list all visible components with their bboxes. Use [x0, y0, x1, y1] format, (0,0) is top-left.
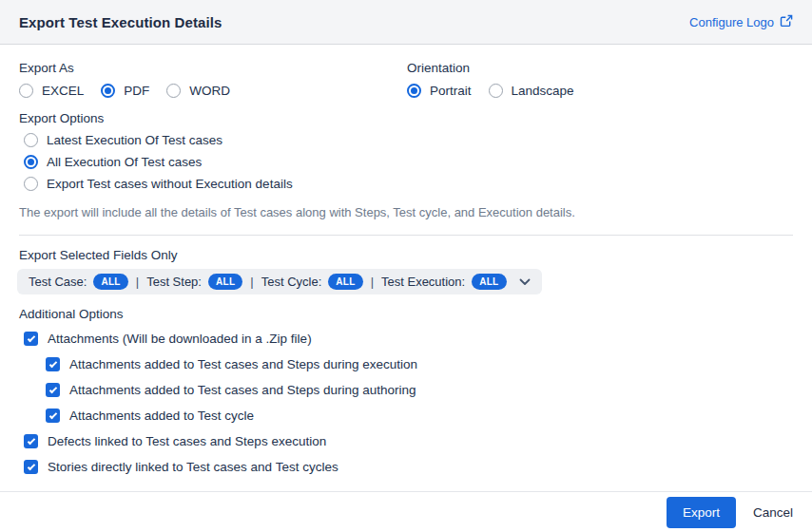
field-value-badge: ALL: [93, 274, 127, 290]
radio-label: Landscape: [512, 84, 574, 98]
radio-icon: [166, 84, 181, 98]
field-separator: |: [136, 275, 139, 289]
orientation-group: Orientation Portrait Landscape: [407, 61, 574, 99]
chevron-down-icon: [519, 278, 531, 286]
field-test-case: Test Case: ALL: [29, 274, 128, 290]
configure-logo-link[interactable]: Configure Logo: [689, 14, 793, 30]
configure-logo-label: Configure Logo: [689, 15, 774, 29]
export-dialog: Export Test Execution Details Configure …: [0, 0, 812, 532]
orientation-label: Orientation: [407, 61, 574, 75]
checkbox-attachments[interactable]: Attachments (Will be downloaded in a .Zi…: [24, 331, 793, 347]
radio-label: Latest Execution Of Test cases: [47, 133, 222, 147]
checkbox-label: Attachments added to Test cycle: [69, 408, 254, 423]
selected-fields-group: Export Selected Fields Only Test Case: A…: [19, 248, 793, 294]
radio-icon: [24, 177, 38, 191]
field-name: Test Case:: [29, 275, 87, 289]
checkbox-attachments-execution[interactable]: Attachments added to Test cases and Step…: [46, 356, 793, 372]
radio-option-without-execution[interactable]: Export Test cases without Execution deta…: [24, 177, 793, 191]
field-name: Test Step:: [146, 275, 202, 289]
radio-option-all-execution[interactable]: All Execution Of Test cases: [24, 155, 793, 169]
check-icon: [27, 333, 34, 341]
check-icon: [27, 462, 34, 469]
dialog-body: Export As EXCEL PDF WORD: [0, 61, 812, 475]
checkbox-attachments-test-cycle[interactable]: Attachments added to Test cycle: [46, 408, 793, 424]
radio-label: WORD: [189, 84, 230, 98]
radio-selected-icon: [407, 84, 421, 98]
radio-selected-icon: [24, 155, 38, 169]
cancel-button[interactable]: Cancel: [753, 505, 793, 520]
radio-option-pdf[interactable]: PDF: [101, 84, 149, 98]
export-as-group: Export As EXCEL PDF WORD: [19, 61, 407, 99]
export-as-label: Export As: [19, 61, 407, 75]
radio-option-landscape[interactable]: Landscape: [489, 84, 574, 98]
checkbox-label: Attachments added to Test cases and Step…: [69, 357, 417, 371]
checkbox-label: Defects linked to Test cases and Steps e…: [48, 434, 326, 448]
selected-fields-label: Export Selected Fields Only: [19, 248, 793, 262]
export-options-group: Export Options Latest Execution Of Test …: [19, 111, 793, 191]
checkbox-defects-linked[interactable]: Defects linked to Test cases and Steps e…: [24, 433, 793, 449]
radio-icon: [24, 133, 38, 147]
radio-label: PDF: [124, 84, 149, 98]
checkbox-label: Attachments (Will be downloaded in a .Zi…: [48, 332, 312, 346]
dialog-title: Export Test Execution Details: [19, 14, 222, 30]
field-separator: |: [371, 275, 374, 289]
checkbox-label: Stories directly linked to Test cases an…: [48, 460, 338, 474]
field-value-badge: ALL: [328, 274, 362, 290]
export-button[interactable]: Export: [667, 497, 736, 528]
checkbox-stories-linked[interactable]: Stories directly linked to Test cases an…: [24, 459, 793, 475]
checkbox-attachments-authoring[interactable]: Attachments added to Test cases and Step…: [46, 382, 793, 398]
radio-label: Export Test cases without Execution deta…: [47, 177, 293, 191]
checkbox-checked-icon: [46, 383, 60, 397]
check-icon: [48, 385, 56, 392]
checkbox-checked-icon: [46, 408, 60, 423]
additional-options-group: Additional Options Attachments (Will be …: [19, 307, 793, 475]
radio-label: Portrait: [430, 84, 472, 98]
radio-option-excel[interactable]: EXCEL: [19, 84, 84, 98]
fields-summary-dropdown[interactable]: Test Case: ALL | Test Step: ALL | Test C…: [17, 269, 542, 294]
radio-icon: [489, 84, 503, 98]
field-separator: |: [250, 275, 253, 289]
check-icon: [27, 436, 34, 444]
field-name: Test Execution:: [381, 275, 465, 289]
checkbox-checked-icon: [24, 434, 38, 448]
field-test-step: Test Step: ALL: [146, 274, 242, 290]
export-options-label: Export Options: [19, 111, 793, 125]
checkbox-label: Attachments added to Test cases and Step…: [69, 383, 416, 397]
field-name: Test Cycle:: [261, 275, 322, 289]
additional-options-label: Additional Options: [19, 307, 793, 321]
radio-option-latest-execution[interactable]: Latest Execution Of Test cases: [24, 133, 793, 147]
dialog-footer: Export Cancel: [0, 491, 812, 532]
field-value-badge: ALL: [208, 274, 242, 290]
radio-label: EXCEL: [42, 84, 84, 98]
field-value-badge: ALL: [472, 274, 506, 290]
export-note: The export will include all the details …: [19, 205, 793, 219]
dialog-header: Export Test Execution Details Configure …: [0, 0, 812, 45]
checkbox-checked-icon: [46, 357, 60, 371]
radio-label: All Execution Of Test cases: [47, 155, 202, 169]
radio-option-word[interactable]: WORD: [166, 84, 230, 98]
radio-icon: [19, 84, 33, 98]
checkbox-checked-icon: [24, 460, 38, 474]
external-link-icon: [780, 14, 793, 30]
radio-option-portrait[interactable]: Portrait: [407, 84, 472, 98]
checkbox-checked-icon: [24, 332, 38, 346]
field-test-execution: Test Execution: ALL: [381, 274, 507, 290]
field-test-cycle: Test Cycle: ALL: [261, 274, 363, 290]
check-icon: [48, 410, 56, 418]
section-divider: [19, 235, 793, 236]
check-icon: [48, 359, 56, 367]
radio-selected-icon: [101, 84, 115, 98]
